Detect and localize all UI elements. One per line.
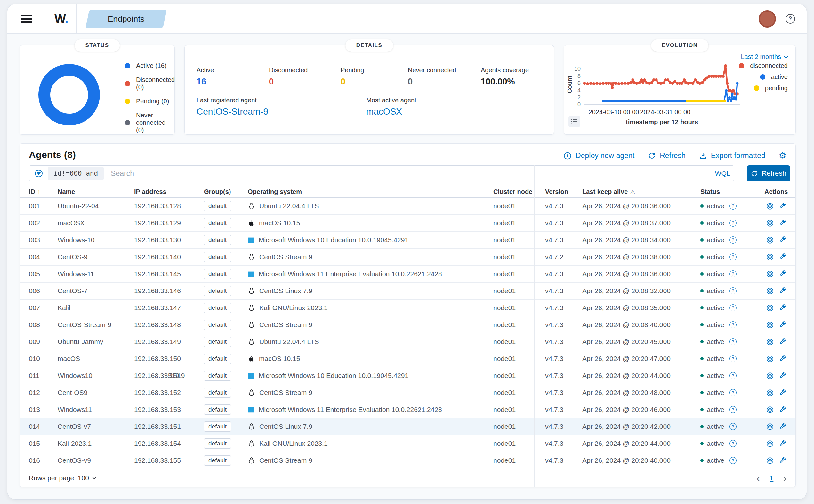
- group-chip[interactable]: default: [204, 354, 231, 364]
- agent-name-cell[interactable]: Windows-11: [58, 270, 134, 278]
- table-row[interactable]: 006CentOS-7192.168.33.146defaultCentOS L…: [20, 283, 795, 300]
- table-row[interactable]: 011Windows10192.168.33.151519 9defaultMi…: [20, 367, 795, 384]
- legend-item-disconnected[interactable]: disconnected: [739, 62, 788, 69]
- view-agent-icon[interactable]: [766, 219, 774, 227]
- agent-name-cell[interactable]: Ubuntu-Jammy: [58, 338, 134, 346]
- table-row[interactable]: 007Kalil192.168.33.147defaultKali GNU/Li…: [20, 300, 795, 316]
- configure-agent-icon[interactable]: [779, 253, 786, 261]
- group-chip[interactable]: default: [204, 201, 231, 211]
- group-chip[interactable]: default: [204, 303, 231, 313]
- table-row[interactable]: 003Windows-10192.168.33.130defaultMicros…: [20, 232, 795, 249]
- table-row[interactable]: 014CentOS-v7192.168.33.151defaultCentOS …: [20, 418, 795, 435]
- configure-agent-icon[interactable]: [779, 236, 786, 244]
- configure-agent-icon[interactable]: [779, 372, 786, 380]
- configure-agent-icon[interactable]: [779, 287, 786, 295]
- configure-agent-icon[interactable]: [779, 338, 786, 346]
- group-chip[interactable]: default: [204, 337, 231, 347]
- status-help-icon[interactable]: ?: [729, 220, 737, 227]
- table-row[interactable]: 002macOSX192.168.33.129defaultmacOS 10.1…: [20, 215, 795, 232]
- search-input[interactable]: [111, 169, 711, 178]
- help-icon[interactable]: ?: [786, 14, 795, 24]
- configure-agent-icon[interactable]: [779, 219, 786, 227]
- agent-name-cell[interactable]: macOSX: [58, 219, 134, 227]
- column-header-os[interactable]: Operating system: [248, 188, 493, 196]
- agent-name-cell[interactable]: Windows-10: [58, 236, 134, 244]
- view-agent-icon[interactable]: [766, 270, 774, 278]
- configure-agent-icon[interactable]: [779, 440, 786, 448]
- view-agent-icon[interactable]: [766, 338, 774, 346]
- configure-agent-icon[interactable]: [779, 321, 786, 329]
- status-help-icon[interactable]: ?: [729, 423, 737, 430]
- page-number[interactable]: 1: [770, 474, 773, 482]
- group-chip[interactable]: default: [204, 388, 231, 398]
- refresh-button[interactable]: Refresh: [648, 151, 686, 160]
- status-help-icon[interactable]: ?: [729, 338, 737, 345]
- search-refresh-button[interactable]: Refresh: [747, 165, 790, 181]
- status-help-icon[interactable]: ?: [729, 287, 737, 294]
- agent-name-cell[interactable]: CentOS-v7: [58, 423, 134, 430]
- table-row[interactable]: 013Windows11192.168.33.153defaultMicroso…: [20, 401, 795, 418]
- view-agent-icon[interactable]: [766, 355, 774, 363]
- configure-agent-icon[interactable]: [779, 423, 786, 431]
- avatar[interactable]: [759, 10, 776, 28]
- last-registered-agent-link[interactable]: CentOS-Stream-9: [197, 107, 366, 117]
- view-agent-icon[interactable]: [766, 389, 774, 397]
- table-row[interactable]: 004CentOS-9192.168.33.140defaultCentOS S…: [20, 249, 795, 266]
- group-chip[interactable]: default: [204, 320, 231, 330]
- export-formatted-button[interactable]: Export formatted: [699, 151, 765, 160]
- column-header-cluster-node[interactable]: Cluster node: [493, 188, 545, 196]
- view-agent-icon[interactable]: [766, 202, 774, 210]
- prev-page-button[interactable]: ‹: [756, 473, 760, 483]
- group-chip[interactable]: default: [204, 404, 231, 415]
- status-help-icon[interactable]: ?: [729, 440, 737, 447]
- time-range-select[interactable]: Last 2 months: [741, 53, 788, 60]
- configure-agent-icon[interactable]: [779, 304, 786, 312]
- configure-agent-icon[interactable]: [779, 270, 786, 278]
- column-header-groups[interactable]: Group(s): [204, 188, 248, 196]
- status-help-icon[interactable]: ?: [729, 355, 737, 362]
- configure-agent-icon[interactable]: [779, 406, 786, 414]
- group-chip[interactable]: default: [204, 438, 231, 449]
- status-help-icon[interactable]: ?: [729, 372, 737, 379]
- status-help-icon[interactable]: ?: [729, 457, 737, 464]
- group-chip[interactable]: default: [204, 218, 231, 228]
- legend-item-pending[interactable]: pending: [754, 84, 788, 92]
- column-header-status[interactable]: Status: [700, 188, 764, 196]
- breadcrumb[interactable]: Endpoints: [85, 10, 167, 28]
- deploy-new-agent-button[interactable]: Deploy new agent: [563, 151, 634, 160]
- agent-name-cell[interactable]: Kali-2023.1: [58, 440, 134, 447]
- view-agent-icon[interactable]: [766, 287, 774, 295]
- configure-agent-icon[interactable]: [779, 457, 786, 465]
- rows-per-page-select[interactable]: Rows per page: 100: [29, 474, 96, 482]
- group-chip[interactable]: default: [204, 286, 231, 296]
- column-header-name[interactable]: Name: [58, 188, 134, 196]
- column-header-id[interactable]: ID↑: [29, 188, 58, 196]
- view-agent-icon[interactable]: [766, 236, 774, 244]
- view-agent-icon[interactable]: [766, 440, 774, 448]
- agent-name-cell[interactable]: Ubuntu-22-04: [58, 202, 134, 210]
- status-help-icon[interactable]: ?: [729, 406, 737, 413]
- query-chip[interactable]: id!=000 and: [48, 167, 104, 180]
- next-page-button[interactable]: ›: [783, 473, 786, 483]
- status-help-icon[interactable]: ?: [729, 321, 737, 328]
- most-active-agent-link[interactable]: macOSX: [366, 107, 536, 117]
- table-row[interactable]: 010macOS192.168.33.150defaultmacOS 10.15…: [20, 350, 795, 367]
- status-help-icon[interactable]: ?: [729, 270, 737, 277]
- table-row[interactable]: 005Windows-11192.168.33.145defaultMicros…: [20, 266, 795, 283]
- configure-agent-icon[interactable]: [779, 389, 786, 397]
- wazuh-logo[interactable]: W.: [54, 12, 68, 26]
- agent-name-cell[interactable]: CentOS-Stream-9: [58, 321, 134, 329]
- group-chip[interactable]: default: [204, 252, 231, 262]
- legend-item-active[interactable]: active: [760, 73, 788, 81]
- status-help-icon[interactable]: ?: [729, 203, 737, 210]
- status-help-icon[interactable]: ?: [729, 236, 737, 244]
- column-header-last-keep-alive[interactable]: Last keep alive⚠: [582, 188, 700, 196]
- table-row[interactable]: 009Ubuntu-Jammy192.168.33.149defaultUbun…: [20, 333, 795, 350]
- filter-icon[interactable]: [34, 169, 43, 178]
- status-help-icon[interactable]: ?: [729, 304, 737, 311]
- view-agent-icon[interactable]: [766, 406, 774, 414]
- table-row[interactable]: 012Cent-OS9192.168.33.152defaultCentOS S…: [20, 384, 795, 401]
- table-row[interactable]: 001Ubuntu-22-04192.168.33.128defaultUbun…: [20, 198, 795, 215]
- view-agent-icon[interactable]: [766, 321, 774, 329]
- legend-list-icon[interactable]: [568, 116, 580, 127]
